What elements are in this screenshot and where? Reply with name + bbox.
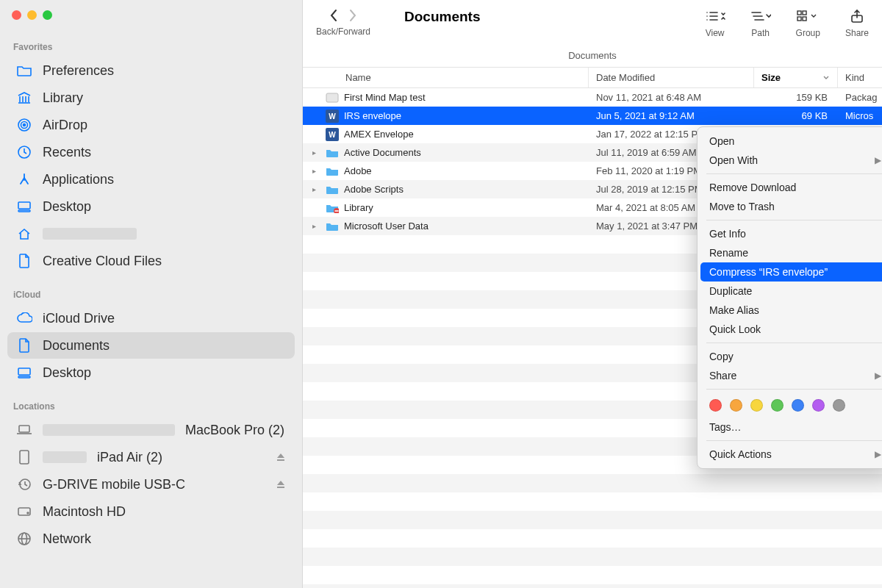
- ctx-quick-actions[interactable]: Quick Actions▶: [698, 445, 882, 464]
- sidebar-item-icloud-drive[interactable]: iCloud Drive: [7, 305, 295, 331]
- sidebar-item-applications[interactable]: Applications: [7, 166, 295, 193]
- disclosure-triangle-icon[interactable]: ▸: [303, 222, 325, 230]
- svg-rect-14: [18, 368, 30, 375]
- desktop-icon: [16, 198, 32, 215]
- column-header-name[interactable]: Name: [303, 68, 589, 87]
- window-title: Documents: [404, 9, 480, 25]
- ctx-make-alias[interactable]: Make Alias: [698, 301, 882, 320]
- path-button[interactable]: Path: [750, 9, 771, 38]
- view-switcher-button[interactable]: View: [705, 9, 725, 38]
- share-button[interactable]: Share: [845, 9, 869, 38]
- disclosure-triangle-icon[interactable]: ▸: [303, 185, 325, 193]
- ctx-compress[interactable]: Compress “IRS envelope”: [700, 262, 882, 282]
- close-window-button[interactable]: [12, 10, 21, 20]
- sidebar-item-creative-cloud-files[interactable]: Creative Cloud Files: [7, 248, 295, 274]
- sidebar-item-desktop[interactable]: Desktop: [7, 359, 295, 386]
- tag-color-dot[interactable]: [833, 399, 845, 412]
- file-kind: Micros: [838, 110, 882, 121]
- ctx-open[interactable]: Open: [698, 132, 882, 151]
- chevron-right-icon: ▶: [875, 155, 881, 165]
- column-header-size[interactable]: Size: [754, 68, 838, 87]
- ipad-icon: [16, 449, 32, 465]
- path-bar[interactable]: Documents: [303, 47, 882, 67]
- ctx-rename[interactable]: Rename: [698, 243, 882, 262]
- sidebar-section-locations: Locations: [6, 397, 296, 416]
- sidebar-item-ipad-air-(2)[interactable]: iPad Air (2): [7, 444, 295, 470]
- svg-text:W: W: [329, 112, 336, 121]
- tag-color-dot[interactable]: [730, 399, 742, 412]
- ctx-quick-look[interactable]: Quick Look: [698, 320, 882, 339]
- column-header-date[interactable]: Date Modified: [589, 68, 754, 87]
- file-name: First Mind Map test: [344, 92, 589, 103]
- sidebar-item-preferences[interactable]: Preferences: [7, 57, 295, 84]
- file-date: Nov 11, 2021 at 6:48 AM: [589, 92, 754, 103]
- file-name: Active Documents: [344, 147, 589, 158]
- cloud-icon: [16, 310, 32, 326]
- disclosure-triangle-icon[interactable]: ▸: [303, 148, 325, 157]
- file-name: Library: [344, 202, 589, 213]
- desktop-icon: [16, 365, 32, 381]
- ctx-tags[interactable]: Tags…: [698, 417, 882, 437]
- folder-icon: [325, 146, 340, 160]
- svg-text:W: W: [329, 131, 336, 139]
- sidebar-item-airdrop[interactable]: AirDrop: [7, 112, 295, 138]
- ctx-duplicate[interactable]: Duplicate: [698, 282, 882, 301]
- svg-rect-47: [335, 210, 339, 212]
- file-name: IRS envelope: [344, 110, 589, 121]
- airdrop-icon: [16, 117, 32, 133]
- sidebar-item-g-drive-mobile-usb-c[interactable]: G-DRIVE mobile USB-C: [7, 471, 295, 498]
- tag-color-dot[interactable]: [750, 399, 763, 412]
- sidebar-item-macintosh-hd[interactable]: Macintosh HD: [7, 498, 295, 525]
- sidebar-item-label: Desktop: [43, 199, 286, 215]
- file-row[interactable]: First Mind Map testNov 11, 2021 at 6:48 …: [303, 88, 882, 107]
- tag-color-dot[interactable]: [709, 399, 722, 412]
- forward-button[interactable]: [348, 9, 357, 22]
- redacted-text: [43, 451, 87, 463]
- minimize-window-button[interactable]: [27, 10, 37, 20]
- ctx-move-to-trash[interactable]: Move to Trash: [698, 197, 882, 216]
- sidebar-item-label: Macintosh HD: [43, 504, 286, 520]
- timemachine-icon: [16, 476, 32, 492]
- file-name: Adobe: [344, 165, 589, 176]
- svg-rect-13: [18, 210, 30, 212]
- sidebar-item-macbook-pro-(2)[interactable]: MacBook Pro (2): [7, 417, 295, 443]
- sidebar-item-network[interactable]: Network: [7, 526, 295, 552]
- svg-line-11: [24, 178, 28, 184]
- ctx-open-with[interactable]: Open With▶: [698, 151, 882, 170]
- main-pane: Back/Forward Documents View Path Group S…: [303, 0, 882, 588]
- tag-color-dot[interactable]: [792, 399, 804, 412]
- file-kind: Packag: [838, 92, 882, 103]
- columns-building-icon: [16, 90, 32, 106]
- file-size: 69 KB: [754, 110, 838, 121]
- sidebar-item-documents[interactable]: Documents: [7, 332, 295, 359]
- sidebar-item-label: Desktop: [43, 365, 286, 381]
- clock-icon: [16, 144, 32, 160]
- tag-color-dot[interactable]: [771, 399, 784, 412]
- ctx-copy[interactable]: Copy: [698, 347, 882, 366]
- ctx-get-info[interactable]: Get Info: [698, 224, 882, 243]
- group-button[interactable]: Group: [796, 9, 820, 38]
- file-name: Adobe Scripts: [344, 184, 589, 195]
- sidebar-item-recents[interactable]: Recents: [7, 139, 295, 165]
- sidebar: Favorites PreferencesLibraryAirDropRecen…: [0, 0, 303, 588]
- disclosure-triangle-icon[interactable]: ▸: [303, 167, 325, 175]
- tag-color-dot[interactable]: [812, 399, 825, 412]
- word-icon: W: [325, 109, 340, 123]
- sidebar-item-home[interactable]: [7, 220, 295, 247]
- column-header-kind[interactable]: Kind: [838, 68, 882, 87]
- word-icon: W: [325, 127, 340, 142]
- ctx-share[interactable]: Share▶: [698, 366, 882, 385]
- pkg-icon: [325, 90, 340, 105]
- ctx-remove-download[interactable]: Remove Download: [698, 178, 882, 197]
- eject-icon[interactable]: [276, 452, 286, 462]
- sidebar-item-label: Recents: [43, 145, 286, 160]
- eject-icon[interactable]: [276, 479, 286, 490]
- zoom-window-button[interactable]: [43, 10, 52, 20]
- sidebar-item-library[interactable]: Library: [7, 85, 295, 111]
- sidebar-item-desktop[interactable]: Desktop: [7, 193, 295, 220]
- file-row[interactable]: WIRS envelopeJun 5, 2021 at 9:12 AM69 KB…: [303, 107, 882, 125]
- chevron-right-icon: ▶: [875, 449, 881, 459]
- sidebar-item-label: Library: [43, 90, 286, 106]
- sidebar-section-favorites: Favorites: [6, 37, 296, 57]
- back-button[interactable]: [329, 9, 338, 22]
